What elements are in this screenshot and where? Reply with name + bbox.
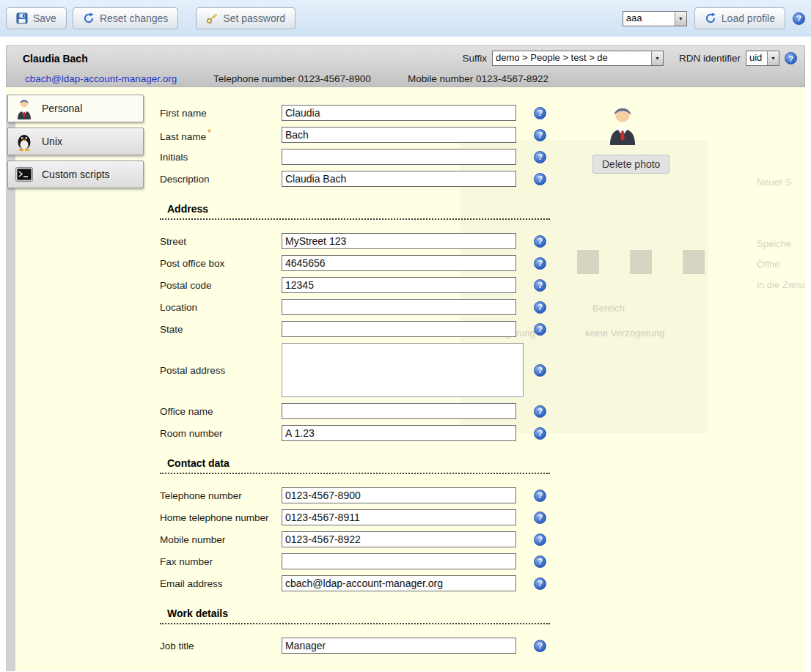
help-icon[interactable]: ? xyxy=(534,301,546,314)
help-icon[interactable]: ? xyxy=(534,257,546,270)
location-input[interactable] xyxy=(282,299,516,315)
delete-photo-button[interactable]: Delete photo xyxy=(592,155,669,174)
help-icon[interactable]: ? xyxy=(793,12,805,25)
mobile-number-label: Mobile number xyxy=(160,534,282,545)
last-name-label: Last name* xyxy=(160,128,282,142)
suffix-select[interactable]: demo > People > test > de ▼ xyxy=(492,51,664,66)
help-icon[interactable]: ? xyxy=(785,52,797,64)
toolbar-right: aaa ▼ Load profile ? xyxy=(623,7,805,29)
postal-code-label: Postal code xyxy=(160,280,282,291)
profile-select-value: aaa xyxy=(623,12,675,26)
description-label: Description xyxy=(160,174,282,185)
state-label: State xyxy=(160,324,282,335)
home-telephone-input[interactable] xyxy=(282,509,516,525)
help-icon[interactable]: ? xyxy=(534,555,546,568)
reset-changes-button[interactable]: Reset changes xyxy=(73,7,178,29)
street-label: Street xyxy=(160,236,282,247)
description-input[interactable] xyxy=(282,171,516,187)
first-name-input[interactable] xyxy=(282,105,516,121)
field-row: Home telephone number ? xyxy=(160,509,570,525)
field-row: Initials ? xyxy=(160,149,570,165)
chevron-down-icon: ▼ xyxy=(767,51,779,65)
field-row: Email address ? xyxy=(160,575,570,591)
rdn-identifier-label: RDN identifier xyxy=(679,53,741,64)
email-link[interactable]: cbach@ldap-account-manager.org xyxy=(25,73,213,84)
terminal-icon xyxy=(14,164,34,185)
help-icon[interactable]: ? xyxy=(534,107,546,119)
load-profile-label: Load profile xyxy=(722,12,775,24)
post-office-box-input[interactable] xyxy=(282,255,516,271)
help-icon[interactable]: ? xyxy=(534,364,546,377)
room-number-input[interactable] xyxy=(282,425,516,441)
last-name-input[interactable] xyxy=(282,127,516,143)
load-profile-icon xyxy=(705,12,716,24)
mobile-number-input[interactable] xyxy=(282,531,516,547)
postal-code-input[interactable] xyxy=(282,277,516,293)
postal-address-textarea[interactable] xyxy=(282,343,524,397)
field-row: Post office box ? xyxy=(160,255,570,271)
tab-personal[interactable]: Personal xyxy=(7,95,144,122)
help-icon[interactable]: ? xyxy=(534,577,546,590)
set-password-button[interactable]: Set password xyxy=(196,7,296,29)
user-photo xyxy=(606,103,688,147)
tab-label: Custom scripts xyxy=(42,169,110,180)
save-button[interactable]: Save xyxy=(6,7,67,29)
field-row: Mobile number ? xyxy=(160,531,570,547)
office-name-label: Office name xyxy=(160,406,282,417)
rdn-select[interactable]: uid ▼ xyxy=(746,51,779,66)
help-icon[interactable]: ? xyxy=(534,490,546,502)
help-icon[interactable]: ? xyxy=(534,235,546,248)
field-row: Fax number ? xyxy=(160,553,570,569)
state-input[interactable] xyxy=(282,321,516,337)
help-icon[interactable]: ? xyxy=(534,533,546,546)
suffix-select-value: demo > People > test > de xyxy=(493,51,651,65)
work-details-section-title: Work details xyxy=(160,608,550,624)
telephone-input[interactable] xyxy=(282,487,516,503)
reset-icon xyxy=(83,12,95,24)
help-icon[interactable]: ? xyxy=(534,405,546,418)
required-marker: * xyxy=(208,128,211,138)
tab-custom-scripts[interactable]: Custom scripts xyxy=(7,160,144,188)
load-profile-button[interactable]: Load profile xyxy=(694,7,785,29)
help-icon[interactable]: ? xyxy=(534,129,546,141)
photo-area: Delete photo xyxy=(592,103,688,174)
telephone-label: Telephone number xyxy=(160,490,282,501)
help-icon[interactable]: ? xyxy=(534,427,546,440)
module-tabs: Personal Unix Custom scripts xyxy=(7,95,147,193)
set-password-label: Set password xyxy=(223,12,285,24)
help-icon[interactable]: ? xyxy=(534,640,546,652)
initials-input[interactable] xyxy=(282,149,516,165)
field-row: Telephone number ? xyxy=(160,487,570,503)
job-title-input[interactable] xyxy=(282,638,516,654)
field-row: Location ? xyxy=(160,299,570,315)
field-row: Postal code ? xyxy=(160,277,570,293)
home-telephone-label: Home telephone number xyxy=(160,512,282,523)
fax-number-input[interactable] xyxy=(282,553,516,569)
help-icon[interactable]: ? xyxy=(534,173,546,185)
tab-unix[interactable]: Unix xyxy=(7,128,144,155)
help-icon[interactable]: ? xyxy=(534,279,546,292)
contact-data-section-title: Contact data xyxy=(160,457,550,474)
fax-number-label: Fax number xyxy=(160,556,282,567)
account-header: Claudia Bach Suffix demo > People > test… xyxy=(6,45,805,87)
main-content: Bereich Verzögerung keine Verzögerung Hi… xyxy=(6,87,805,671)
help-icon[interactable]: ? xyxy=(534,151,546,163)
help-icon[interactable]: ? xyxy=(534,323,546,336)
profile-select[interactable]: aaa ▼ xyxy=(623,11,687,26)
post-office-box-label: Post office box xyxy=(160,258,282,269)
postal-address-label: Postal address xyxy=(160,365,282,376)
room-number-label: Room number xyxy=(160,428,282,439)
field-row: Last name* ? xyxy=(160,127,570,143)
address-section-title: Address xyxy=(160,203,550,220)
first-name-label: First name xyxy=(160,108,282,119)
street-input[interactable] xyxy=(282,233,516,249)
email-address-input[interactable] xyxy=(282,575,516,591)
field-row: State ? xyxy=(160,321,570,337)
help-icon[interactable]: ? xyxy=(534,512,546,524)
person-icon xyxy=(14,98,34,119)
rdn-select-value: uid xyxy=(746,51,767,65)
page-title: Claudia Bach xyxy=(23,53,88,64)
office-name-input[interactable] xyxy=(282,403,516,419)
suffix-label: Suffix xyxy=(462,53,487,64)
header-controls: Suffix demo > People > test > de ▼ RDN i… xyxy=(462,51,797,66)
